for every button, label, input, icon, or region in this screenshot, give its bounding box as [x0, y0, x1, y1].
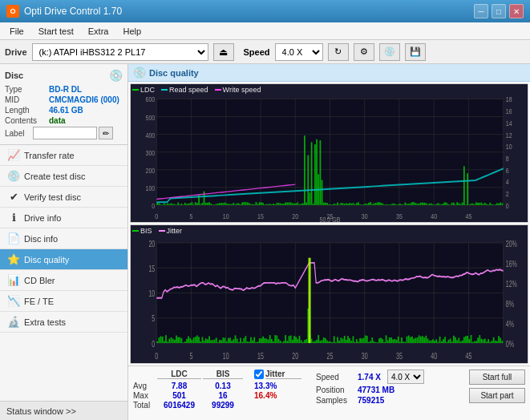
legend-jitter-label: Jitter	[167, 227, 183, 235]
svg-rect-184	[394, 204, 395, 205]
svg-text:20%: 20%	[506, 239, 517, 248]
start-part-button[interactable]: Start part	[469, 388, 525, 403]
svg-rect-337	[243, 338, 245, 343]
svg-rect-108	[262, 203, 264, 205]
svg-rect-142	[322, 180, 323, 205]
start-full-button[interactable]: Start full	[469, 370, 525, 385]
disc-label-input[interactable]	[33, 127, 97, 139]
svg-rect-440	[422, 336, 423, 343]
svg-rect-121	[285, 202, 286, 204]
settings-button[interactable]: ⚙	[354, 43, 374, 61]
svg-rect-365	[292, 340, 293, 343]
max-row: Max 501 16	[133, 391, 243, 400]
sidebar-item-disc-quality[interactable]: ⭐ Disc quality	[0, 249, 127, 270]
svg-rect-347	[261, 338, 262, 343]
svg-text:14: 14	[506, 119, 512, 127]
svg-rect-240	[492, 204, 493, 205]
close-button[interactable]: ✕	[509, 4, 524, 18]
sidebar-item-verify-test-disc[interactable]: ✔ Verify test disc	[0, 187, 127, 208]
title-bar-left: O Opti Drive Control 1.70	[6, 5, 122, 18]
jitter-checkbox[interactable]	[254, 370, 264, 379]
sidebar-item-transfer-rate[interactable]: 📈 Transfer rate	[0, 145, 127, 166]
svg-rect-362	[286, 341, 288, 343]
svg-rect-189	[403, 204, 404, 205]
sidebar-item-extra-tests[interactable]: 🔬 Extra tests	[0, 312, 127, 333]
svg-rect-465	[465, 336, 467, 343]
svg-rect-233	[479, 203, 480, 205]
jitter-header-row: Jitter	[254, 370, 301, 379]
svg-rect-318	[210, 340, 212, 343]
svg-rect-469	[472, 342, 474, 343]
sidebar-item-fe-te[interactable]: 📉 FE / TE	[0, 291, 127, 312]
svg-rect-54	[168, 204, 170, 204]
svg-rect-402	[356, 339, 358, 343]
sidebar-item-disc-info[interactable]: 📄 Disc info	[0, 228, 127, 249]
sidebar-item-create-test-disc[interactable]: 💿 Create test disc	[0, 166, 127, 187]
disc-type-label: Type	[5, 85, 49, 94]
speed-select[interactable]: 4.0 X	[275, 43, 323, 61]
svg-rect-434	[411, 337, 413, 343]
svg-rect-183	[392, 204, 394, 205]
svg-rect-98	[245, 202, 247, 205]
svg-rect-218	[453, 203, 455, 205]
minimize-button[interactable]: ─	[474, 4, 488, 18]
sidebar: Disc 💿 Type BD-R DL MID CMCMAGDI6 (000) …	[0, 64, 128, 420]
svg-text:4: 4	[506, 179, 509, 187]
svg-rect-77	[208, 202, 210, 205]
svg-rect-289	[160, 337, 162, 343]
svg-rect-192	[408, 204, 410, 205]
svg-rect-198	[419, 204, 420, 205]
status-window-button[interactable]: Status window >>	[0, 401, 127, 420]
menu-file[interactable]: File	[3, 25, 30, 38]
eject-button[interactable]: ⏏	[213, 43, 234, 61]
svg-rect-471	[475, 341, 477, 343]
main-layout: Disc 💿 Type BD-R DL MID CMCMAGDI6 (000) …	[0, 64, 530, 420]
svg-rect-237	[486, 204, 488, 204]
chart2-svg: 051015202530354045051015200%4%8%12%16%20…	[131, 225, 528, 363]
svg-rect-307	[192, 340, 193, 343]
svg-text:45: 45	[466, 352, 472, 361]
menu-help[interactable]: Help	[116, 25, 148, 38]
app-title: Opti Drive Control 1.70	[24, 6, 122, 17]
drive-toolbar: Drive (k:) ATAPI iHBS312 2 PL17 ⏏ Speed …	[0, 40, 530, 64]
svg-rect-368	[297, 339, 298, 343]
label-edit-button[interactable]: ✏	[99, 127, 113, 139]
svg-rect-60	[179, 204, 180, 205]
svg-text:4%: 4%	[506, 319, 514, 329]
sidebar-item-cd-bler[interactable]: 📊 CD Bler	[0, 270, 127, 291]
svg-rect-135	[310, 192, 311, 204]
nav-items: 📈 Transfer rate 💿 Create test disc ✔ Ver…	[0, 145, 127, 401]
svg-rect-371	[302, 342, 304, 343]
svg-text:500: 500	[146, 114, 156, 122]
svg-rect-242	[495, 204, 496, 205]
disc-button[interactable]: 💿	[379, 43, 400, 61]
svg-rect-292	[165, 335, 167, 343]
svg-rect-436	[415, 338, 416, 343]
svg-rect-63	[184, 203, 186, 205]
svg-rect-177	[382, 204, 383, 205]
disc-panel: Disc 💿 Type BD-R DL MID CMCMAGDI6 (000) …	[0, 64, 127, 145]
sidebar-item-drive-info[interactable]: ℹ Drive info	[0, 208, 127, 228]
maximize-button[interactable]: □	[492, 4, 506, 18]
svg-rect-454	[446, 342, 447, 343]
svg-rect-467	[468, 339, 470, 343]
legend-ldc-dot	[132, 89, 139, 91]
menu-start-test[interactable]: Start test	[32, 25, 80, 38]
menu-extra[interactable]: Extra	[82, 25, 115, 38]
svg-rect-187	[399, 204, 401, 205]
svg-rect-393	[340, 337, 342, 343]
svg-rect-136	[311, 142, 313, 205]
disc-length-row: Length 46.61 GB	[5, 106, 123, 115]
svg-rect-398	[349, 338, 350, 343]
legend-write-label: Write speed	[223, 86, 261, 94]
svg-rect-397	[347, 336, 349, 343]
drive-select[interactable]: (k:) ATAPI iHBS312 2 PL17	[32, 43, 208, 61]
action-buttons: Start full Start part	[469, 370, 525, 403]
save-button[interactable]: 💾	[405, 43, 426, 61]
refresh-button[interactable]: ↻	[328, 43, 349, 61]
samples-key: Samples	[316, 396, 354, 405]
speed-selector[interactable]: 4.0 X	[387, 370, 424, 384]
disc-icon[interactable]: 💿	[109, 69, 123, 82]
svg-rect-146	[328, 204, 330, 205]
svg-rect-239	[489, 203, 491, 205]
